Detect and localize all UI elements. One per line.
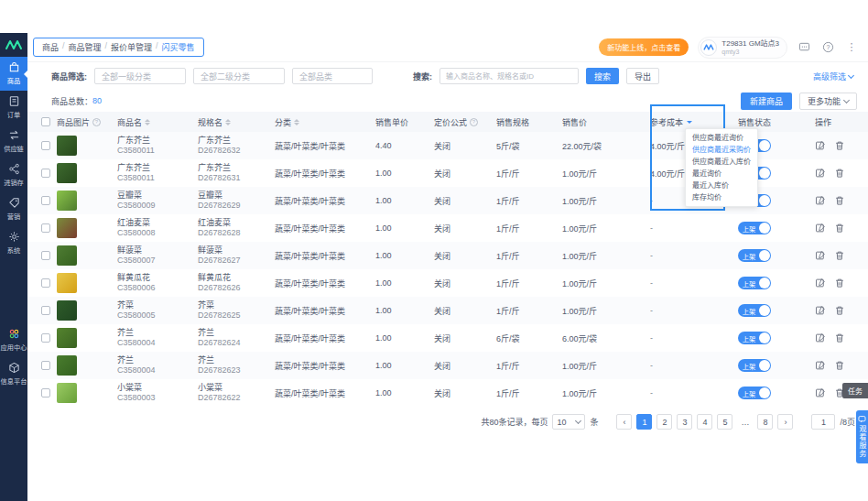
delete-icon[interactable] — [834, 140, 845, 151]
sidebar-item-进销存[interactable]: 进销存 — [0, 158, 27, 192]
status-toggle[interactable]: 上架 — [738, 222, 771, 234]
delete-icon[interactable] — [834, 305, 845, 316]
more-menu-icon[interactable]: ⋮ — [844, 40, 859, 55]
sidebar-item-订单[interactable]: 订单 — [0, 91, 27, 125]
dropdown-item[interactable]: 供应商最近采购价 — [686, 144, 757, 156]
product-thumbnail[interactable] — [57, 300, 77, 321]
message-icon[interactable] — [797, 40, 811, 55]
delete-icon[interactable] — [834, 278, 845, 289]
info-icon[interactable]: ? — [92, 118, 101, 126]
edit-icon[interactable] — [815, 168, 826, 179]
column-header-分类[interactable]: 分类 — [275, 116, 375, 128]
delete-icon[interactable] — [834, 332, 845, 343]
edit-icon[interactable] — [815, 140, 826, 151]
row-checkbox[interactable] — [41, 196, 50, 205]
export-button[interactable]: 导出 — [626, 68, 659, 84]
search-button[interactable]: 搜索 — [586, 68, 619, 84]
row-checkbox[interactable] — [41, 223, 50, 233]
category-level1-select[interactable]: 全部一级分类 — [94, 68, 186, 84]
app-logo-icon[interactable] — [0, 33, 27, 57]
sidebar-item-应用中心[interactable]: 应用中心 — [0, 323, 27, 357]
product-thumbnail[interactable] — [57, 218, 77, 238]
dropdown-item[interactable]: 最近入库价 — [686, 180, 757, 191]
help-icon[interactable]: ? — [820, 40, 835, 55]
search-input[interactable] — [439, 68, 579, 84]
info-icon[interactable]: ? — [470, 118, 478, 126]
page-button-5[interactable]: 5 — [717, 414, 732, 430]
category-level2-select[interactable]: 全部二级分类 — [193, 68, 285, 84]
page-button-8[interactable]: 8 — [757, 414, 773, 430]
edit-icon[interactable] — [815, 250, 826, 261]
product-thumbnail[interactable] — [57, 245, 77, 266]
service-tab[interactable]: 观看服务 — [856, 410, 868, 463]
prev-page-button[interactable]: ‹ — [616, 414, 632, 430]
sidebar-item-商品[interactable]: 商品 — [0, 57, 27, 91]
next-page-button[interactable]: › — [777, 414, 793, 430]
page-button-2[interactable]: 2 — [656, 414, 672, 430]
product-thumbnail[interactable] — [57, 355, 77, 376]
row-checkbox[interactable] — [41, 169, 50, 178]
sidebar-item-信息平台[interactable]: 信息平台 — [0, 357, 27, 391]
sort-icon[interactable] — [145, 119, 150, 125]
category-select[interactable]: 全部品类 — [292, 68, 373, 84]
status-toggle[interactable]: 上架 — [738, 359, 771, 372]
breadcrumb-item[interactable]: 报价单管理 — [111, 41, 152, 53]
row-checkbox[interactable] — [41, 333, 50, 343]
row-checkbox[interactable] — [41, 251, 50, 260]
delete-icon[interactable] — [834, 223, 845, 234]
row-checkbox[interactable] — [41, 278, 50, 288]
product-thumbnail[interactable] — [57, 273, 77, 293]
column-header-参考成本[interactable]: 参考成本 — [650, 116, 738, 128]
dropdown-item[interactable]: 供应商最近询价 — [686, 132, 757, 144]
status-toggle[interactable]: 上架 — [738, 304, 771, 317]
edit-icon[interactable] — [815, 332, 826, 343]
page-jump-input[interactable] — [811, 414, 835, 430]
status-toggle[interactable]: 上架 — [738, 277, 771, 289]
product-thumbnail[interactable] — [57, 191, 77, 211]
edit-icon[interactable] — [815, 305, 826, 316]
dropdown-item[interactable]: 最近询价 — [686, 168, 757, 180]
dropdown-item[interactable]: 库存均价 — [686, 191, 757, 203]
status-toggle[interactable]: 上架 — [738, 249, 771, 262]
row-checkbox[interactable] — [41, 141, 50, 150]
edit-icon[interactable] — [815, 387, 826, 398]
select-all-checkbox[interactable] — [41, 117, 50, 126]
sort-icon[interactable] — [225, 119, 231, 125]
task-badge[interactable]: 任务 — [842, 383, 868, 398]
product-thumbnail[interactable] — [57, 136, 77, 156]
new-feature-button[interactable]: 新功能上线，点击查看 — [599, 38, 689, 56]
edit-icon[interactable] — [815, 360, 826, 371]
delete-icon[interactable] — [834, 168, 845, 179]
create-product-button[interactable]: 新建商品 — [741, 93, 792, 110]
status-toggle[interactable]: 上架 — [738, 332, 771, 344]
delete-icon[interactable] — [834, 195, 845, 206]
advanced-filter-link[interactable]: 高级筛选 — [813, 71, 853, 82]
page-button-1[interactable]: 1 — [636, 414, 652, 430]
row-checkbox[interactable] — [41, 388, 50, 398]
page-size-select[interactable]: 10 — [552, 414, 585, 430]
breadcrumb-item[interactable]: 闪买零售 — [162, 41, 195, 53]
column-header-商品名[interactable]: 商品名 — [117, 116, 198, 128]
sidebar-item-系统[interactable]: 系统 — [0, 226, 27, 260]
breadcrumb-item[interactable]: 商品管理 — [69, 41, 102, 53]
row-checkbox[interactable] — [41, 361, 50, 370]
product-thumbnail[interactable] — [57, 383, 77, 403]
sort-icon[interactable] — [294, 119, 299, 125]
delete-icon[interactable] — [834, 250, 845, 261]
more-functions-button[interactable]: 更多功能 — [799, 93, 857, 110]
sidebar-item-营销[interactable]: 营销 — [0, 192, 27, 226]
page-button-4[interactable]: 4 — [697, 414, 712, 430]
user-menu[interactable]: T29831 GM站点3 qmty3 — [698, 37, 787, 59]
dropdown-item[interactable]: 供应商最近入库价 — [686, 156, 757, 168]
edit-icon[interactable] — [815, 223, 826, 234]
page-button-3[interactable]: 3 — [677, 414, 692, 430]
caret-down-icon[interactable] — [687, 121, 692, 124]
edit-icon[interactable] — [815, 278, 826, 289]
breadcrumb-item[interactable]: 商品 — [42, 41, 59, 53]
product-thumbnail[interactable] — [57, 328, 77, 348]
row-checkbox[interactable] — [41, 306, 50, 315]
product-thumbnail[interactable] — [57, 163, 77, 183]
column-header-规格名[interactable]: 规格名 — [198, 116, 275, 128]
status-toggle[interactable]: 上架 — [738, 387, 771, 399]
sidebar-item-供应链[interactable]: 供应链 — [0, 125, 27, 158]
